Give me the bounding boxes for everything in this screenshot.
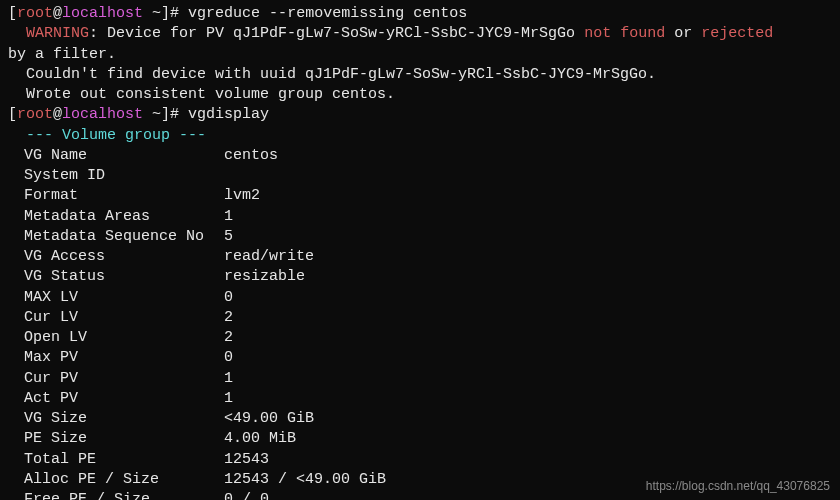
vg-name-val: centos — [224, 146, 278, 166]
warning-line-1: WARNING: Device for PV qJ1PdF-gLw7-SoSw-… — [8, 24, 832, 44]
output-line-wrote: Wrote out consistent volume group centos… — [8, 85, 832, 105]
vg-status-row: VG Statusresizable — [8, 267, 832, 287]
vg-mdareas-row: Metadata Areas1 — [8, 207, 832, 227]
warning-label: WARNING — [26, 25, 89, 42]
vg-totalpe-row: Total PE12543 — [8, 450, 832, 470]
vg-curpv-row: Cur PV1 — [8, 369, 832, 389]
command-1: vgreduce --removemissing centos — [188, 5, 467, 22]
vg-actpv-row: Act PV1 — [8, 389, 832, 409]
vg-name-row: VG Namecentos — [8, 146, 832, 166]
vg-openlv-row: Open LV2 — [8, 328, 832, 348]
output-line-cant-find: Couldn't find device with uuid qJ1PdF-gL… — [8, 65, 832, 85]
rejected-text: rejected — [701, 25, 773, 42]
prompt-path: ~ — [152, 106, 161, 123]
vg-curlv-row: Cur LV2 — [8, 308, 832, 328]
prompt-line-2[interactable]: [root@localhost ~]# vgdisplay — [8, 105, 832, 125]
vg-sysid-row: System ID — [8, 166, 832, 186]
vg-access-row: VG Accessread/write — [8, 247, 832, 267]
vg-size-row: VG Size<49.00 GiB — [8, 409, 832, 429]
prompt-line-1[interactable]: [root@localhost ~]# vgreduce --removemis… — [8, 4, 832, 24]
prompt-path: ~ — [152, 5, 161, 22]
watermark-text: https://blog.csdn.net/qq_43076825 — [646, 478, 830, 494]
not-found-text: not found — [584, 25, 665, 42]
prompt-host: localhost — [62, 5, 143, 22]
prompt-host: localhost — [62, 106, 143, 123]
prompt-user: root — [17, 5, 53, 22]
vg-maxpv-row: Max PV0 — [8, 348, 832, 368]
terminal-output: [root@localhost ~]# vgreduce --removemis… — [8, 4, 832, 500]
vg-header: --- Volume group --- — [8, 126, 832, 146]
prompt-user: root — [17, 106, 53, 123]
vg-pesize-row: PE Size4.00 MiB — [8, 429, 832, 449]
vg-name-key: VG Name — [8, 146, 224, 166]
vg-mdseq-row: Metadata Sequence No5 — [8, 227, 832, 247]
command-2: vgdisplay — [188, 106, 269, 123]
vg-format-row: Formatlvm2 — [8, 186, 832, 206]
vg-maxlv-row: MAX LV0 — [8, 288, 832, 308]
warning-line-2: by a filter. — [8, 45, 832, 65]
